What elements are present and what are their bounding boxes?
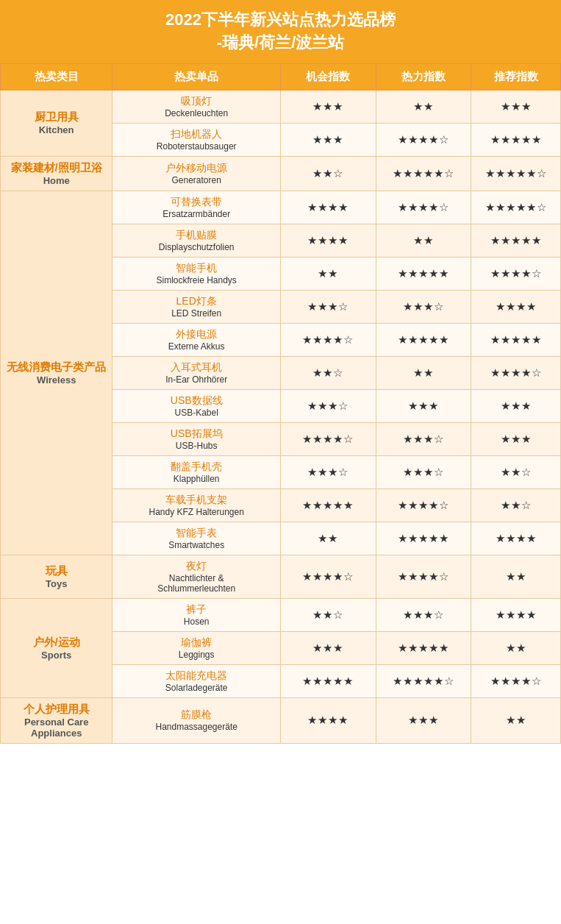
item-cell: 扫地机器人Roboterstaubsauger [112, 123, 281, 156]
table-row: 家装建材/照明卫浴Home户外移动电源Generatoren★★☆★★★★★☆★… [1, 156, 561, 191]
category-zh: 无线消费电子类产品 [4, 360, 109, 374]
item-zh: 智能手表 [115, 527, 277, 540]
heat-cell: ★★ [376, 90, 471, 123]
recommend-cell: ★★★★☆ [471, 664, 561, 697]
item-cell: 入耳式耳机In-Ear Ohrhörer [112, 356, 281, 389]
item-zh: LED灯条 [115, 295, 277, 308]
item-cell: 瑜伽裤Leggings [112, 631, 281, 664]
item-zh: 扫地机器人 [115, 128, 277, 141]
opportunity-cell: ★★★★ [280, 697, 376, 743]
recommend-cell: ★★★ [471, 389, 561, 422]
recommend-cell: ★★ [471, 631, 561, 664]
item-zh: 户外移动电源 [115, 162, 277, 175]
category-en: Wireless [4, 374, 109, 385]
main-table: 热卖类目 热卖单品 机会指数 热力指数 推荐指数 厨卫用具Kitchen吸顶灯D… [0, 63, 561, 744]
item-cell: USB拓展坞USB-Hubs [112, 422, 281, 455]
opportunity-cell: ★★★★ [280, 224, 376, 257]
recommend-cell: ★★ [471, 697, 561, 743]
item-en: Roboterstaubsauger [115, 141, 277, 152]
page-wrapper: 2022下半年新兴站点热力选品榜 -瑞典/荷兰/波兰站 热卖类目 热卖单品 机会… [0, 0, 561, 744]
item-en: Externe Akkus [115, 341, 277, 352]
item-cell: 夜灯Nachtlichter &Schlummerleuchten [112, 555, 281, 598]
item-zh: 外接电源 [115, 328, 277, 341]
header-row: 热卖类目 热卖单品 机会指数 热力指数 推荐指数 [1, 63, 561, 90]
opportunity-cell: ★★★☆ [280, 290, 376, 323]
table-row: 厨卫用具Kitchen吸顶灯Deckenleuchten★★★★★★★★ [1, 90, 561, 123]
item-en: USB-Kabel [115, 408, 277, 418]
item-cell: 翻盖手机壳Klapphüllen [112, 455, 281, 488]
title-line2: -瑞典/荷兰/波兰站 [7, 32, 554, 54]
header-recommend: 推荐指数 [471, 63, 561, 90]
category-cell: 厨卫用具Kitchen [1, 90, 112, 156]
opportunity-cell: ★★★ [280, 90, 376, 123]
item-en: Hosen [115, 616, 277, 627]
opportunity-cell: ★★ [280, 522, 376, 555]
item-zh: USB数据线 [115, 394, 277, 408]
category-en: Sports [4, 650, 109, 661]
item-zh: 手机贴膜 [115, 229, 277, 242]
opportunity-cell: ★★☆ [280, 598, 376, 631]
heat-cell: ★★★★☆ [376, 191, 471, 224]
category-zh: 厨卫用具 [4, 110, 109, 124]
item-cell: 筋膜枪Handmassagegeräte [112, 697, 281, 743]
recommend-cell: ★★★★ [471, 598, 561, 631]
heat-cell: ★★★☆ [376, 422, 471, 455]
item-cell: 户外移动电源Generatoren [112, 156, 281, 191]
recommend-cell: ★★★★ [471, 522, 561, 555]
opportunity-cell: ★★★ [280, 123, 376, 156]
opportunity-cell: ★★★★☆ [280, 555, 376, 598]
opportunity-cell: ★★ [280, 257, 376, 290]
heat-cell: ★★★☆ [376, 598, 471, 631]
heat-cell: ★★★★★☆ [376, 664, 471, 697]
heat-cell: ★★★ [376, 697, 471, 743]
title-bar: 2022下半年新兴站点热力选品榜 -瑞典/荷兰/波兰站 [0, 0, 561, 63]
heat-cell: ★★★★★ [376, 257, 471, 290]
recommend-cell: ★★★★☆ [471, 356, 561, 389]
category-zh: 个人护理用具 [4, 703, 109, 717]
category-zh: 玩具 [4, 564, 109, 578]
heat-cell: ★★★☆ [376, 290, 471, 323]
heat-cell: ★★★★★ [376, 522, 471, 555]
item-cell: 智能手机Simlockfreie Handys [112, 257, 281, 290]
recommend-cell: ★★★★★ [471, 123, 561, 156]
item-en: Nachtlichter &Schlummerleuchten [115, 573, 277, 594]
item-en: Solarladegeräte [115, 683, 277, 693]
heat-cell: ★★★★★ [376, 631, 471, 664]
item-zh: 车载手机支架 [115, 494, 277, 507]
item-cell: 手机贴膜Displayschutzfolien [112, 224, 281, 257]
category-cell: 户外/运动Sports [1, 598, 112, 697]
item-en: Simlockfreie Handys [115, 275, 277, 285]
item-cell: USB数据线USB-Kabel [112, 389, 281, 422]
recommend-cell: ★★★★★ [471, 323, 561, 356]
heat-cell: ★★★★☆ [376, 123, 471, 156]
recommend-cell: ★★☆ [471, 488, 561, 522]
opportunity-cell: ★★★☆ [280, 389, 376, 422]
item-zh: 筋膜枪 [115, 708, 277, 722]
recommend-cell: ★★☆ [471, 455, 561, 488]
heat-cell: ★★★★☆ [376, 488, 471, 522]
recommend-cell: ★★★★★☆ [471, 191, 561, 224]
opportunity-cell: ★★★★★ [280, 664, 376, 697]
category-cell: 个人护理用具Personal CareAppliances [1, 697, 112, 743]
item-en: Deckenleuchten [115, 108, 277, 118]
opportunity-cell: ★★★★☆ [280, 323, 376, 356]
item-en: Handy KFZ Halterungen [115, 507, 277, 517]
item-en: Smartwatches [115, 540, 277, 550]
opportunity-cell: ★★★★★ [280, 488, 376, 522]
item-zh: 裤子 [115, 603, 277, 616]
category-zh: 户外/运动 [4, 636, 109, 650]
item-zh: 吸顶灯 [115, 95, 277, 108]
recommend-cell: ★★★★★☆ [471, 156, 561, 191]
heat-cell: ★★★★★☆ [376, 156, 471, 191]
item-zh: 智能手机 [115, 262, 277, 275]
recommend-cell: ★★★ [471, 90, 561, 123]
item-en: USB-Hubs [115, 441, 277, 451]
item-cell: LED灯条LED Streifen [112, 290, 281, 323]
category-en: Toys [4, 578, 109, 589]
item-cell: 外接电源Externe Akkus [112, 323, 281, 356]
item-cell: 裤子Hosen [112, 598, 281, 631]
item-en: Handmassagegeräte [115, 722, 277, 732]
category-en: Home [4, 175, 109, 186]
category-en: Personal CareAppliances [4, 717, 109, 739]
heat-cell: ★★★★☆ [376, 555, 471, 598]
